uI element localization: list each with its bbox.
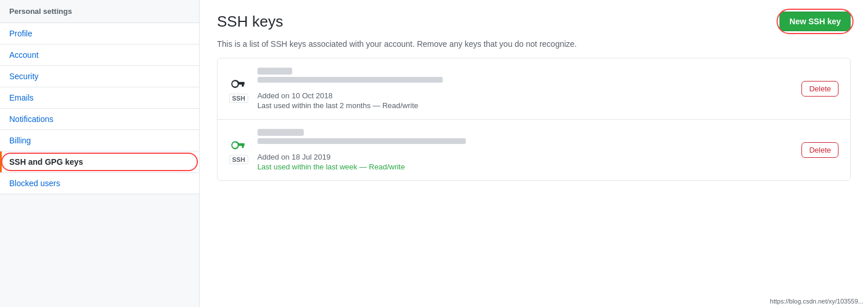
key-fingerprint-blur-1 <box>258 77 443 83</box>
key-last-used-1: Last used within the last 2 months — Rea… <box>258 101 802 110</box>
delete-button-1[interactable]: Delete <box>801 81 838 97</box>
delete-button-2[interactable]: Delete <box>801 142 838 158</box>
page-title: SSH keys <box>217 13 283 31</box>
main-header: SSH keys New SSH key <box>217 12 851 31</box>
sidebar-item-emails[interactable]: Emails <box>0 87 199 109</box>
ssh-badge-1: SSH <box>229 94 248 103</box>
key-icon-svg-2 <box>230 136 247 153</box>
sidebar-item-notifications[interactable]: Notifications <box>0 109 199 130</box>
sidebar-item-account[interactable]: Account <box>0 45 199 66</box>
sidebar-header: Personal settings <box>0 0 199 23</box>
sidebar-item-profile[interactable]: Profile <box>0 23 199 45</box>
key-icon-2: SSH <box>229 136 248 164</box>
status-url: https://blog.csdn.net/xy/103559... <box>770 298 863 305</box>
description-text: This is a list of SSH keys associated wi… <box>217 39 851 49</box>
ssh-keys-list: SSH Added on 10 Oct 2018 Last used withi… <box>217 58 851 181</box>
key-added-2: Added on 18 Jul 2019 <box>258 153 802 161</box>
table-row: SSH Added on 10 Oct 2018 Last used withi… <box>218 58 850 120</box>
sidebar-item-ssh-gpg-keys[interactable]: SSH and GPG keys <box>0 151 199 173</box>
table-row: SSH Added on 18 Jul 2019 Last used withi… <box>218 120 850 180</box>
key-added-1: Added on 10 Oct 2018 <box>258 91 802 100</box>
key-icon-1: SSH <box>229 75 248 103</box>
key-info-1: Added on 10 Oct 2018 Last used within th… <box>258 68 802 110</box>
sidebar-item-security[interactable]: Security <box>0 66 199 87</box>
sidebar-item-billing[interactable]: Billing <box>0 130 199 151</box>
key-fingerprint-blur-2 <box>258 138 466 144</box>
sidebar-item-blocked-users[interactable]: Blocked users <box>0 173 199 194</box>
key-name-blur-1 <box>258 68 292 75</box>
key-fingerprint-row-2 <box>258 138 802 149</box>
key-info-2: Added on 18 Jul 2019 Last used within th… <box>258 129 802 171</box>
key-name-row-1 <box>258 68 802 75</box>
key-icon-svg-1 <box>230 75 247 91</box>
key-name-row-2 <box>258 129 802 136</box>
key-name-blur-2 <box>258 129 304 136</box>
key-fingerprint-row-1 <box>258 77 802 88</box>
key-last-used-2: Last used within the last week — Read/wr… <box>258 162 802 171</box>
main-content: SSH keys New SSH key This is a list of S… <box>200 0 868 307</box>
new-ssh-key-button[interactable]: New SSH key <box>779 12 851 31</box>
ssh-badge-2: SSH <box>229 155 248 164</box>
sidebar: Personal settings Profile Account Securi… <box>0 0 200 307</box>
